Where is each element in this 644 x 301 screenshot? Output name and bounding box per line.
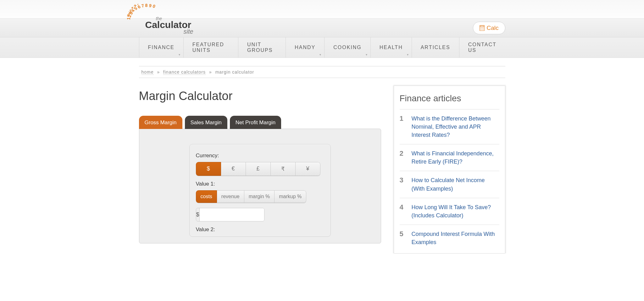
article-link[interactable]: How to Calculate Net Income (With Exampl… xyxy=(412,176,499,192)
article-number: 5 xyxy=(400,230,405,238)
logo-site-text: site xyxy=(184,28,193,35)
breadcrumb-current: margin calculator xyxy=(215,70,254,75)
svg-point-4 xyxy=(483,28,484,28)
article-link[interactable]: What is the Difference Between Nominal, … xyxy=(412,114,499,139)
article-link[interactable]: What is Financial Independence, Retire E… xyxy=(412,149,499,166)
article-item: 3How to Calculate Net Income (With Examp… xyxy=(400,171,499,198)
finance-articles-box: Finance articles 1What is the Difference… xyxy=(394,86,505,254)
svg-point-2 xyxy=(480,28,481,28)
currency-option[interactable]: $ xyxy=(196,162,221,176)
breadcrumb: home » finance calculators » margin calc… xyxy=(139,66,505,78)
breadcrumb-home[interactable]: home xyxy=(142,70,154,75)
article-number: 2 xyxy=(400,149,405,158)
nav-item-label: COOKING xyxy=(333,45,362,50)
currency-option[interactable]: £ xyxy=(246,162,271,176)
article-item: 1What is the Difference Between Nominal,… xyxy=(400,109,499,144)
nav-item-cooking[interactable]: COOKING▾ xyxy=(325,37,371,58)
nav-item-label: HANDY xyxy=(295,45,315,50)
breadcrumb-sep: » xyxy=(157,70,160,75)
chevron-down-icon: ▾ xyxy=(179,53,181,56)
nav-item-finance[interactable]: FINANCE▾ xyxy=(139,37,184,58)
value1-prefix: $ xyxy=(196,208,200,221)
article-link[interactable]: How Long Will It Take To Save? (Includes… xyxy=(412,203,499,220)
value1-label: Value 1: xyxy=(196,181,324,187)
svg-point-3 xyxy=(482,28,482,28)
sidebar-title: Finance articles xyxy=(400,93,499,103)
form-card: Currency: $€£₹¥ Value 1: costsrevenuemar… xyxy=(189,144,331,237)
article-item: 2What is Financial Independence, Retire … xyxy=(400,144,499,171)
article-number: 1 xyxy=(400,114,405,123)
nav-item-unit-groups[interactable]: UNIT GROUPS xyxy=(238,37,286,58)
tab-gross-margin[interactable]: Gross Margin xyxy=(139,116,182,129)
value1-option-revenue[interactable]: revenue xyxy=(217,190,244,203)
currency-segmented: $€£₹¥ xyxy=(196,162,320,176)
nav-item-label: FINANCE xyxy=(148,45,175,50)
currency-option[interactable]: ¥ xyxy=(296,162,320,176)
value1-option-costs[interactable]: costs xyxy=(196,190,217,203)
chevron-down-icon: ▾ xyxy=(407,53,409,56)
breadcrumb-finance[interactable]: finance calculators xyxy=(163,70,206,75)
calculator-panel: Currency: $€£₹¥ Value 1: costsrevenuemar… xyxy=(139,129,381,243)
calc-button[interactable]: Calc xyxy=(473,22,505,34)
chevron-down-icon: ▾ xyxy=(319,53,322,56)
value2-label: Value 2: xyxy=(196,226,324,233)
tab-sales-margin[interactable]: Sales Margin xyxy=(185,116,227,129)
currency-label: Currency: xyxy=(196,153,324,159)
breadcrumb-sep: » xyxy=(209,70,212,75)
value1-input[interactable] xyxy=(200,208,264,221)
nav-item-health[interactable]: HEALTH▾ xyxy=(371,37,412,58)
svg-point-7 xyxy=(483,29,484,30)
article-link[interactable]: Compound Interest Formula With Examples xyxy=(412,230,499,246)
nav-item-featured-units[interactable]: FEATURED UNITS xyxy=(184,37,238,58)
logo-calculator-text: Calculator xyxy=(145,20,193,30)
page-title: Margin Calculator xyxy=(139,89,381,103)
main-nav: FINANCE▾FEATURED UNITSUNIT GROUPSHANDY▾C… xyxy=(139,37,505,58)
currency-option[interactable]: ₹ xyxy=(271,162,296,176)
svg-point-6 xyxy=(482,29,482,30)
article-item: 5Compound Interest Formula With Examples xyxy=(400,225,499,251)
calc-button-label: Calc xyxy=(486,25,498,31)
article-item: 4How Long Will It Take To Save? (Include… xyxy=(400,198,499,225)
calculator-icon xyxy=(480,25,485,31)
nav-item-label: CONTACT US xyxy=(468,42,497,53)
nav-item-contact-us[interactable]: CONTACT US xyxy=(459,37,505,58)
nav-item-label: UNIT GROUPS xyxy=(247,42,277,53)
value1-option-markup-[interactable]: markup % xyxy=(275,190,306,203)
currency-option[interactable]: € xyxy=(221,162,246,176)
nav-item-handy[interactable]: HANDY▾ xyxy=(286,37,325,58)
nav-item-label: FEATURED UNITS xyxy=(192,42,229,53)
chevron-down-icon: ▾ xyxy=(366,53,368,56)
tab-net-profit-margin[interactable]: Net Profit Margin xyxy=(230,116,281,129)
nav-item-label: ARTICLES xyxy=(421,45,450,50)
tab-strip: Gross MarginSales MarginNet Profit Margi… xyxy=(139,115,381,129)
value1-option-margin-[interactable]: margin % xyxy=(244,190,275,203)
svg-rect-1 xyxy=(480,26,484,27)
value1-input-row: $ xyxy=(196,208,264,221)
value1-segmented: costsrevenuemargin %markup % xyxy=(196,190,307,203)
svg-point-5 xyxy=(480,29,481,30)
article-number: 3 xyxy=(400,176,405,184)
article-number: 4 xyxy=(400,203,405,211)
nav-item-label: HEALTH xyxy=(380,45,403,50)
article-list: 1What is the Difference Between Nominal,… xyxy=(400,109,499,251)
nav-item-articles[interactable]: ARTICLES xyxy=(412,37,459,58)
